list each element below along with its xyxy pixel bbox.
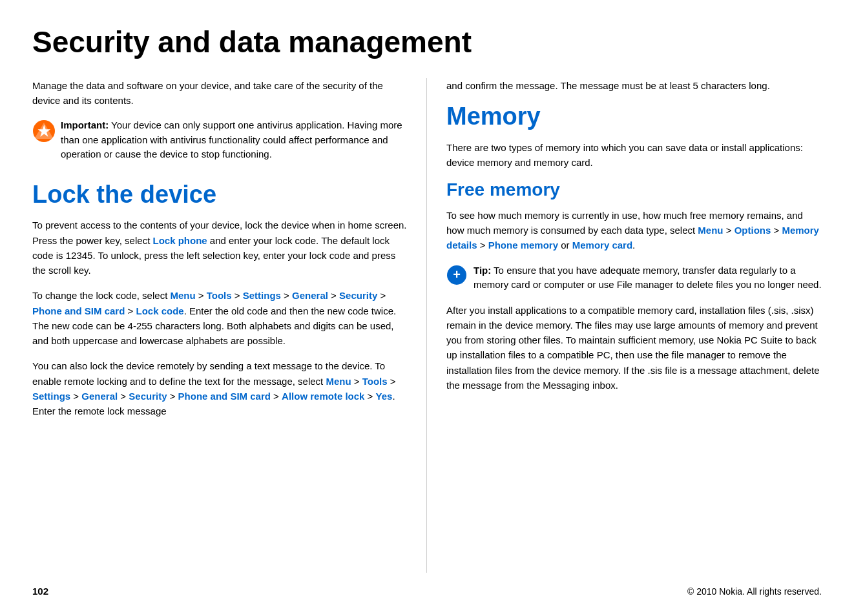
free-memory-title: Free memory bbox=[446, 180, 822, 200]
link-remotelock[interactable]: Allow remote lock bbox=[282, 391, 364, 402]
link-options[interactable]: Options bbox=[734, 225, 771, 236]
svg-text:+: + bbox=[453, 267, 461, 282]
lock-continuation: and confirm the message. The message mus… bbox=[446, 78, 822, 93]
right-column: and confirm the message. The message mus… bbox=[427, 78, 822, 573]
left-column: Manage the data and software on your dev… bbox=[32, 78, 427, 573]
intro-text: Manage the data and software on your dev… bbox=[32, 78, 407, 108]
tip-box: + Tip: To ensure that you have adequate … bbox=[446, 263, 822, 293]
important-text: Important: Your device can only support … bbox=[61, 118, 407, 162]
important-box: ★ Important: Your device can only suppor… bbox=[32, 118, 407, 162]
page-title: Security and data management bbox=[32, 26, 822, 59]
important-body: Your device can only support one antivir… bbox=[61, 119, 402, 159]
memory-intro: There are two types of memory into which… bbox=[446, 140, 822, 170]
tip-text: Tip: To ensure that you have adequate me… bbox=[474, 263, 822, 293]
memory-title: Memory bbox=[446, 103, 822, 130]
content-wrapper: Manage the data and software on your dev… bbox=[32, 78, 822, 573]
link-general-2[interactable]: General bbox=[81, 391, 118, 402]
link-lockcode[interactable]: Lock code bbox=[136, 305, 183, 316]
link-menu-3[interactable]: Menu bbox=[698, 225, 723, 236]
page-number: 102 bbox=[32, 586, 48, 597]
svg-text:★: ★ bbox=[37, 123, 51, 139]
lock-para3: You can also lock the device remotely by… bbox=[32, 358, 407, 418]
link-security-1[interactable]: Security bbox=[339, 290, 377, 301]
link-phonesim-1[interactable]: Phone and SIM card bbox=[32, 305, 125, 316]
link-security-2[interactable]: Security bbox=[129, 391, 167, 402]
tip-label: Tip: bbox=[474, 265, 491, 276]
tip-body: To ensure that you have adequate memory,… bbox=[474, 265, 822, 291]
important-label: Important: bbox=[61, 119, 109, 130]
link-yes[interactable]: Yes bbox=[376, 391, 393, 402]
lock-section-title: Lock the device bbox=[32, 181, 407, 209]
link-memcard[interactable]: Memory card bbox=[572, 240, 632, 251]
lock-para1: To prevent access to the contents of you… bbox=[32, 218, 407, 278]
link-tools-1[interactable]: Tools bbox=[207, 290, 232, 301]
link-menu-2[interactable]: Menu bbox=[326, 376, 351, 387]
lock-para2: To change the lock code, select Menu > T… bbox=[32, 288, 407, 348]
link-lock-phone[interactable]: Lock phone bbox=[152, 235, 207, 246]
link-tools-2[interactable]: Tools bbox=[362, 376, 388, 387]
link-general-1[interactable]: General bbox=[292, 290, 328, 301]
link-phonemem[interactable]: Phone memory bbox=[488, 240, 558, 251]
link-phonesim-2[interactable]: Phone and SIM card bbox=[178, 391, 271, 402]
free-memory-para1: To see how much memory is currently in u… bbox=[446, 208, 822, 253]
page: Security and data management Manage the … bbox=[0, 0, 854, 616]
footer-copyright: © 2010 Nokia. All rights reserved. bbox=[687, 586, 822, 597]
footer: 102 © 2010 Nokia. All rights reserved. bbox=[32, 573, 822, 597]
free-memory-para2: After you install applications to a comp… bbox=[446, 303, 822, 393]
tip-icon: + bbox=[446, 265, 467, 285]
link-settings-1[interactable]: Settings bbox=[243, 290, 281, 301]
link-menu-1[interactable]: Menu bbox=[170, 290, 195, 301]
important-icon: ★ bbox=[32, 119, 56, 143]
link-settings-2[interactable]: Settings bbox=[32, 391, 70, 402]
